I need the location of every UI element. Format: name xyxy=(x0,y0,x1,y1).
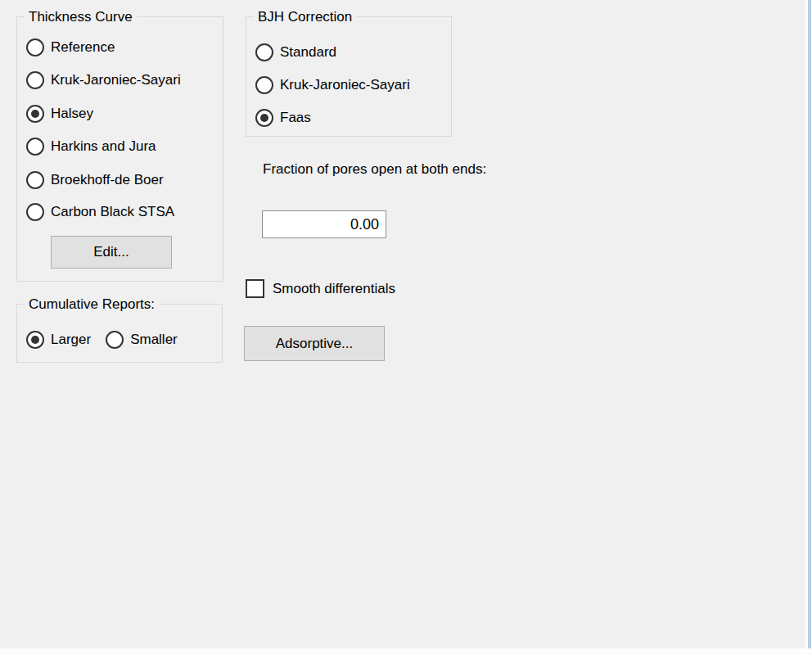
smooth-differentials-label: Smooth differentials xyxy=(273,281,395,297)
radio-row-reference[interactable]: Reference xyxy=(26,37,115,58)
cumulative-reports-radio-row: Larger Smaller xyxy=(26,329,178,350)
smooth-differentials-row[interactable]: Smooth differentials xyxy=(246,278,395,299)
radio-row-bjh-kruk-jaroniec-sayari[interactable]: Kruk-Jaroniec-Sayari xyxy=(255,75,410,96)
radio-label-smaller: Smaller xyxy=(130,332,178,348)
radio-label-standard: Standard xyxy=(280,44,336,61)
radio-label-harkins-and-jura: Harkins and Jura xyxy=(51,138,156,155)
radio-label-reference: Reference xyxy=(51,39,115,56)
radio-halsey[interactable] xyxy=(26,105,44,123)
radio-label-carbon-black-stsa: Carbon Black STSA xyxy=(51,204,174,220)
radio-carbon-black-stsa[interactable] xyxy=(26,203,44,221)
radio-bjh-kruk-jaroniec-sayari[interactable] xyxy=(255,76,273,94)
radio-label-larger: Larger xyxy=(51,332,91,348)
options-panel: Thickness Curve Reference Kruk-Jaroniec-… xyxy=(0,0,805,648)
radio-label-halsey: Halsey xyxy=(51,106,93,122)
radio-row-harkins-and-jura[interactable]: Harkins and Jura xyxy=(26,136,156,157)
radio-label-kruk-jaroniec-sayari: Kruk-Jaroniec-Sayari xyxy=(51,72,181,88)
cumulative-reports-group-title: Cumulative Reports: xyxy=(25,296,159,313)
radio-harkins-and-jura[interactable] xyxy=(26,138,44,156)
radio-row-kruk-jaroniec-sayari[interactable]: Kruk-Jaroniec-Sayari xyxy=(26,70,181,91)
fraction-of-pores-label: Fraction of pores open at both ends: xyxy=(263,159,505,180)
bjh-correction-group-title: BJH Correction xyxy=(254,8,356,25)
radio-row-standard[interactable]: Standard xyxy=(255,42,336,63)
radio-row-faas[interactable]: Faas xyxy=(255,107,311,129)
edit-button[interactable]: Edit... xyxy=(51,236,172,269)
fraction-of-pores-input[interactable] xyxy=(262,210,386,238)
cumulative-reports-group: Cumulative Reports: Larger Smaller xyxy=(16,304,223,363)
radio-row-halsey[interactable]: Halsey xyxy=(26,103,93,124)
radio-label-broekhoff-de-boer: Broekhoff-de Boer xyxy=(51,172,164,188)
radio-broekhoff-de-boer[interactable] xyxy=(26,171,44,189)
radio-reference[interactable] xyxy=(26,38,44,56)
thickness-curve-group-title: Thickness Curve xyxy=(25,8,137,25)
smooth-differentials-checkbox[interactable] xyxy=(246,279,264,298)
bjh-correction-group: BJH Correction Standard Kruk-Jaroniec-Sa… xyxy=(246,16,452,137)
adsorptive-button[interactable]: Adsorptive... xyxy=(244,326,385,361)
radio-row-carbon-black-stsa[interactable]: Carbon Black STSA xyxy=(26,201,174,223)
radio-larger[interactable] xyxy=(26,331,44,349)
radio-row-broekhoff-de-boer[interactable]: Broekhoff-de Boer xyxy=(26,169,164,191)
window-edge-border xyxy=(808,0,811,648)
radio-label-bjh-kruk-jaroniec-sayari: Kruk-Jaroniec-Sayari xyxy=(280,77,410,93)
radio-label-faas: Faas xyxy=(280,110,311,126)
radio-faas[interactable] xyxy=(255,109,273,127)
radio-standard[interactable] xyxy=(255,43,273,61)
thickness-curve-group: Thickness Curve Reference Kruk-Jaroniec-… xyxy=(16,16,223,282)
radio-smaller[interactable] xyxy=(106,331,124,349)
radio-kruk-jaroniec-sayari[interactable] xyxy=(26,71,44,89)
